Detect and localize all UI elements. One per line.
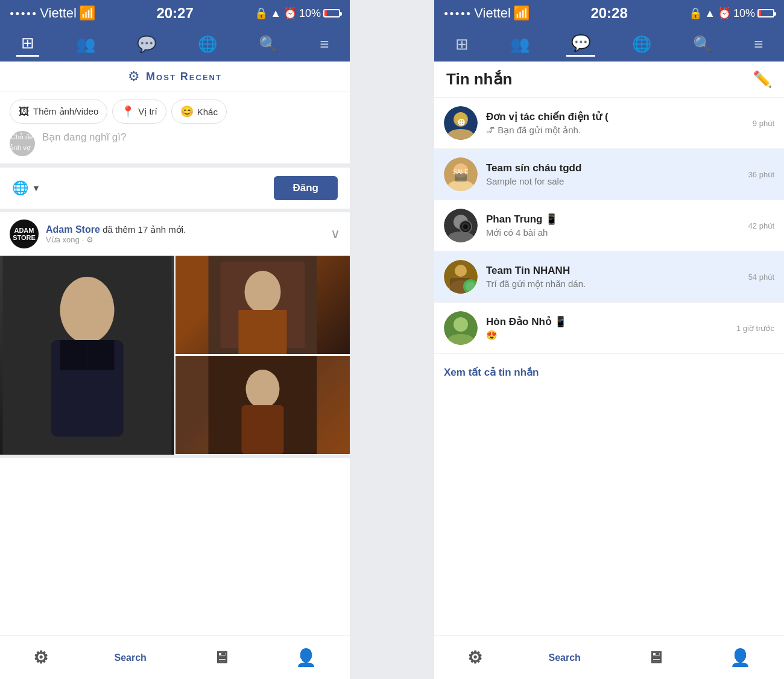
location-btn-label: Vị trí [138,106,157,117]
right-status-right: 🔒 ▲ ⏰ 10% [689,7,774,20]
battery-percent: 10% [299,7,321,20]
right-carrier-name: Viettel [474,5,511,21]
right-bottom-profile-item[interactable]: 👤 [730,648,751,668]
nav-home-icon[interactable]: ⊞ [16,31,39,57]
msg-preview-2: Sample not for sale [486,176,740,186]
view-all-messages-link[interactable]: Xem tất cả tin nhắn [434,354,784,391]
user-avatar-placeholder: Chỗ để ảnh vợ [10,131,35,156]
post-settings-icon[interactable]: · [82,235,84,244]
msg-avatar-4 [444,260,478,294]
svg-point-31 [454,317,468,332]
svg-point-24 [463,224,468,229]
settings-list-icon: ⚙ [33,648,48,668]
post-time: Vừa xong · ⚙ [46,235,323,244]
privacy-btn[interactable]: 🌐 ▼ [12,180,40,196]
compose-message-icon[interactable]: ✏️ [753,70,772,89]
bottom-profile-item[interactable]: 👤 [296,648,317,668]
location-btn[interactable]: 📍 Vị trí [112,99,166,124]
privacy-dropdown-icon: ▼ [32,183,40,193]
right-nav-bar: ⊞ 👥 💬 🌐 🔍 ≡ [434,27,784,62]
right-desktop-icon: 🖥 [647,648,664,668]
msg-avatar-1: ⊕ [444,106,478,140]
messages-header: Tin nhắn ✏️ [434,62,784,98]
post-header: ADAMSTORE Adam Store đã thêm 17 ảnh mới.… [0,212,350,256]
svg-rect-4 [87,340,115,370]
wifi-icon: 📶 [79,5,95,21]
post-button[interactable]: Đăng [274,176,338,200]
bottom-settings-item[interactable]: ⚙ [33,648,48,668]
msg-name-1: Đơn vị tác chiến điện tử ( [486,110,744,123]
post-chevron-icon[interactable]: ∨ [330,226,340,242]
post-gear-icon[interactable]: ⚙ [86,235,93,244]
left-nav-bar: ⊞ 👥 💬 🌐 🔍 ≡ [0,27,350,62]
right-nav-menu-icon[interactable]: ≡ [749,33,768,56]
nav-search-icon[interactable]: 🔍 [254,33,283,56]
right-nav-globe-icon[interactable]: 🌐 [627,33,656,56]
message-item-1[interactable]: ⊕ Đơn vị tác chiến điện tử ( 🖇 Bạn đã gử… [434,98,784,149]
desktop-icon: 🖥 [213,648,230,668]
status-right: 🔒 ▲ ⏰ 10% [254,7,340,20]
right-status-bar: ●●●●● Viettel 📶 20:28 🔒 ▲ ⏰ 10% [434,0,784,27]
adam-store-avatar: ADAMSTORE [10,219,39,248]
svg-text:⊕: ⊕ [457,117,465,127]
nav-friends-icon[interactable]: 👥 [71,33,100,56]
msg-time-5: 1 giờ trước [736,324,774,333]
right-wifi-icon: 📶 [513,5,530,21]
nav-messenger-icon[interactable]: 💬 [132,33,161,56]
location-pin-icon: 📍 [121,105,134,118]
bottom-search-label: Search [114,652,146,663]
right-location-icon: ▲ [704,7,715,20]
msg-time-1: 9 phút [753,119,774,128]
msg-name-5: Hòn Đảo Nhỏ 📱 [486,315,728,328]
carrier-name: Viettel [40,5,77,21]
right-bottom-search-label: Search [548,652,580,663]
svg-rect-8 [239,310,287,354]
photo-icon: 🖼 [19,106,30,118]
signal-dots: ●●●●● [10,9,37,17]
post-action: đã thêm 17 ảnh mới. [103,224,186,235]
message-item-2[interactable]: SALE Team sín cháu tgdd Sample not for s… [434,149,784,200]
photo-large[interactable] [0,256,174,455]
msg-preview-1: 🖇 Bạn đã gửi một ảnh. [486,125,744,136]
right-nav-search-icon[interactable]: 🔍 [688,33,717,56]
status-time: 20:27 [156,5,193,22]
compose-name-line1: Chỗ để [11,133,33,141]
nav-globe-icon[interactable]: 🌐 [193,33,222,56]
add-photo-video-btn[interactable]: 🖼 Thêm ảnh/video [10,99,107,124]
svg-rect-3 [60,340,87,370]
right-nav-friends-icon[interactable]: 👥 [505,33,534,56]
bottom-search-item[interactable]: Search [114,652,146,663]
right-nav-messenger-icon[interactable]: 💬 [566,31,595,57]
right-bottom-search-item[interactable]: Search [548,652,580,663]
message-item-4[interactable]: Team Tin NHANH Trí đã gửi một nhãn dán. … [434,251,784,303]
message-item-3[interactable]: Phan Trung 📱 Mới có 4 bài ah 42 phút [434,200,784,251]
msg-name-3: Phan Trung 📱 [486,213,740,226]
photo-small-bottom[interactable] [175,356,350,454]
right-lock-icon: 🔒 [689,7,702,20]
right-bottom-desktop-item[interactable]: 🖥 [647,648,664,668]
settings-gear-icon[interactable]: ⚙ [128,69,140,84]
msg-preview-5: 😍 [486,330,728,341]
message-item-5[interactable]: Hòn Đảo Nhỏ 📱 😍 1 giờ trước [434,303,784,354]
compose-placeholder[interactable]: Bạn đang nghĩ gì? [42,131,127,144]
middle-spacer [350,0,434,679]
svg-point-7 [245,271,281,313]
left-phone-panel: ●●●●● Viettel 📶 20:27 🔒 ▲ ⏰ 10% ⊞ 👥 💬 🌐 … [0,0,350,679]
right-battery-icon [757,9,774,17]
compose-buttons: 🖼 Thêm ảnh/video 📍 Vị trí 😊 Khác [10,99,340,124]
nav-menu-icon[interactable]: ≡ [315,33,334,56]
right-status-left: ●●●●● Viettel 📶 [444,5,530,21]
right-nav-home-icon[interactable]: ⊞ [450,33,473,56]
photo-small-top[interactable] [175,256,350,354]
msg-content-3: Phan Trung 📱 Mới có 4 bài ah [486,213,740,238]
smiley-icon: 😊 [180,105,194,118]
msg-content-4: Team Tin NHANH Trí đã gửi một nhãn dán. [486,265,740,289]
right-bottom-settings-item[interactable]: ⚙ [467,648,482,668]
left-bottom-bar: ⚙ Search 🖥 👤 [0,636,350,679]
msg-name-2: Team sín cháu tgdd [486,162,740,174]
most-recent-bar: ⚙ Most Recent [0,62,350,92]
feed-post: ADAMSTORE Adam Store đã thêm 17 ảnh mới.… [0,212,350,458]
bottom-desktop-item[interactable]: 🖥 [213,648,230,668]
other-btn[interactable]: 😊 Khác [171,99,227,124]
most-recent-label: Most Recent [146,71,222,83]
